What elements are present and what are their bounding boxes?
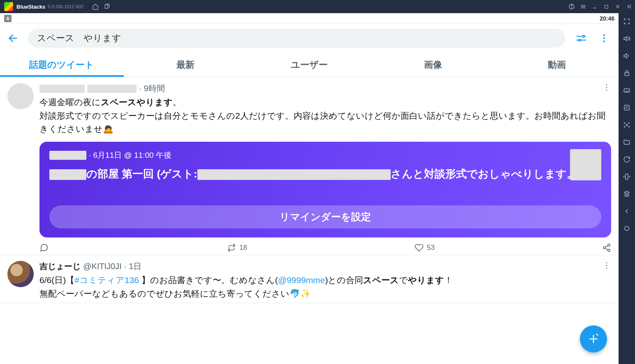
tweet-header: 吉じょーじ @KITIJ0JI · 1日 xyxy=(39,261,611,272)
svg-point-23 xyxy=(625,226,629,231)
space-meta: · 6月11日 @ 11:00 午後 xyxy=(49,150,601,161)
tweet-time: 1日 xyxy=(129,261,141,272)
bluestacks-title: BlueStacks xyxy=(16,4,45,10)
fullscreen-icon[interactable] xyxy=(621,16,633,27)
minimize-icon[interactable] xyxy=(589,1,600,12)
svg-point-21 xyxy=(626,124,628,126)
mention-link[interactable]: @9999mme xyxy=(278,275,325,285)
avatar[interactable] xyxy=(7,83,34,109)
tab-latest[interactable]: 最新 xyxy=(124,53,248,77)
home-icon[interactable] xyxy=(90,1,101,12)
tweet[interactable]: 吉じょーじ @KITIJ0JI · 1日 6/6(日)【#コミティア136 】の… xyxy=(0,255,619,303)
status-clock: 20:46 xyxy=(600,15,614,22)
svg-point-7 xyxy=(603,37,605,39)
svg-point-4 xyxy=(583,35,585,37)
recent-apps-icon[interactable] xyxy=(101,1,113,12)
svg-rect-19 xyxy=(624,89,630,92)
volume-up-icon[interactable] xyxy=(621,33,633,44)
tab-videos[interactable]: 動画 xyxy=(495,53,619,77)
screenshot-icon[interactable] xyxy=(621,119,633,131)
tab-images[interactable]: 画像 xyxy=(371,53,495,77)
help-icon[interactable] xyxy=(566,1,577,12)
svg-rect-20 xyxy=(624,105,629,110)
compose-tweet-button[interactable] xyxy=(580,325,607,352)
svg-point-11 xyxy=(606,90,607,91)
tab-users[interactable]: ユーザー xyxy=(248,53,371,77)
like-button[interactable]: 53 xyxy=(415,243,602,252)
svg-point-6 xyxy=(603,34,605,36)
svg-point-2 xyxy=(572,8,572,8)
redacted-handle xyxy=(87,85,137,93)
tweet-more-icon[interactable] xyxy=(602,261,611,272)
hashtag-link[interactable]: #コミティア136 xyxy=(74,275,139,285)
volume-down-icon[interactable] xyxy=(621,50,633,62)
reply-button[interactable] xyxy=(39,243,227,252)
svg-point-17 xyxy=(606,267,607,269)
svg-point-14 xyxy=(608,249,610,252)
close-icon[interactable] xyxy=(612,1,623,12)
keyboard-controls-icon[interactable] xyxy=(621,85,633,96)
tweet-handle[interactable]: @KITIJ0JI xyxy=(83,262,122,271)
install-apk-icon[interactable] xyxy=(621,102,633,113)
svg-point-10 xyxy=(606,87,607,88)
bluestacks-right-toolbar xyxy=(619,13,635,364)
android-status-bar: A 20:46 xyxy=(0,13,619,24)
share-button[interactable] xyxy=(602,243,611,252)
set-reminder-button[interactable]: リマインダーを設定 xyxy=(49,205,601,228)
multi-instance-icon[interactable] xyxy=(621,188,633,200)
avatar[interactable] xyxy=(7,261,34,287)
tweet-feed: · 9時間 今週金曜の夜にスペースやります。 対談形式ですのでスピーカーは自分と… xyxy=(0,77,619,364)
twitter-space-card[interactable]: · 6月11日 @ 11:00 午後 の部屋 第一回 (ゲスト:さんと対談形式で… xyxy=(39,142,611,238)
back-icon[interactable] xyxy=(621,205,633,217)
rotate-icon[interactable] xyxy=(621,154,633,165)
more-vert-icon[interactable] xyxy=(597,31,611,45)
bluestacks-logo-icon xyxy=(4,2,13,11)
tweet-body: 今週金曜の夜にスペースやります。 対談形式ですのでスピーカーは自分とモモさんの2… xyxy=(39,96,611,136)
redacted-host xyxy=(49,151,86,160)
space-title: の部屋 第一回 (ゲスト:さんと対談形式でおしゃべりします。) xyxy=(49,166,601,182)
lock-cursor-icon[interactable] xyxy=(621,67,633,79)
tweet-actions: 18 53 xyxy=(39,243,611,252)
svg-rect-0 xyxy=(105,5,108,8)
svg-rect-18 xyxy=(625,73,629,76)
bluestacks-version: 5.0.200.1012 N32 xyxy=(48,4,83,9)
tweet-more-icon[interactable] xyxy=(602,83,611,94)
search-input[interactable]: スペース やります xyxy=(28,29,565,48)
tab-top[interactable]: 話題のツイート xyxy=(0,53,124,77)
svg-rect-22 xyxy=(626,174,628,180)
bluestacks-titlebar: BlueStacks 5.0.200.1012 N32 xyxy=(0,0,635,13)
svg-point-5 xyxy=(579,39,581,41)
search-settings-icon[interactable] xyxy=(574,31,588,45)
media-folder-icon[interactable] xyxy=(621,136,633,148)
back-arrow-icon[interactable] xyxy=(7,32,19,44)
svg-point-15 xyxy=(606,262,607,263)
svg-point-12 xyxy=(608,244,610,247)
twitter-search-header: スペース やります xyxy=(0,24,619,53)
svg-point-13 xyxy=(603,247,606,249)
maximize-icon[interactable] xyxy=(600,1,612,12)
redacted-name xyxy=(39,85,85,93)
svg-rect-3 xyxy=(605,5,608,8)
space-thumbnail xyxy=(570,149,601,180)
tweet-username[interactable]: 吉じょーじ xyxy=(39,261,81,272)
status-badge: A xyxy=(4,15,12,22)
svg-point-8 xyxy=(603,40,605,42)
collapse-sidebar-icon[interactable] xyxy=(623,1,635,12)
search-tabs: 話題のツイート 最新 ユーザー 画像 動画 xyxy=(0,53,619,77)
hamburger-icon[interactable] xyxy=(577,1,589,12)
tweet[interactable]: · 9時間 今週金曜の夜にスペースやります。 対談形式ですのでスピーカーは自分と… xyxy=(0,77,619,255)
shake-icon[interactable] xyxy=(621,171,633,182)
tweet-body: 6/6(日)【#コミティア136 】のお品書きです〜。むめなさん(@9999mm… xyxy=(39,274,611,300)
tweet-time: 9時間 xyxy=(144,83,165,94)
search-query-text: スペース やります xyxy=(37,32,121,44)
android-home-icon[interactable] xyxy=(621,223,633,234)
svg-point-16 xyxy=(606,265,607,266)
svg-point-9 xyxy=(606,84,607,85)
retweet-button[interactable]: 18 xyxy=(227,243,415,252)
tweet-header: · 9時間 xyxy=(39,83,611,94)
